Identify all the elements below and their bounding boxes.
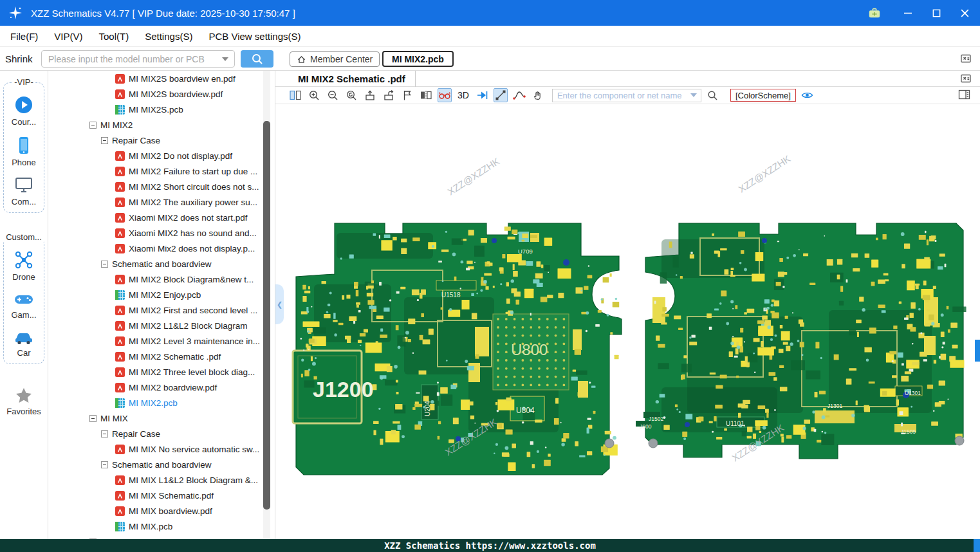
tree-item[interactable]: MI MIX2 L1&L2 Block Diagram — [48, 318, 275, 333]
tree-item[interactable]: MI MIX2 First and second level ... — [48, 302, 275, 318]
close-document-icon[interactable] — [960, 73, 972, 84]
tree-item[interactable]: MI MIX2 Level 3 maintenance in... — [48, 333, 275, 349]
view-back-icon[interactable] — [363, 88, 377, 102]
tree-item[interactable]: Xiaomi MIX2 has no sound and... — [48, 225, 275, 241]
tree-item[interactable]: Xiaomi Mix2 does not display.p... — [48, 241, 275, 256]
collapse-toggle-icon[interactable] — [101, 430, 108, 437]
tree-item[interactable]: MI MIX2 Do not display.pdf — [48, 148, 275, 163]
tree-item[interactable]: MI MIX2 boardview.pdf — [48, 380, 275, 395]
dropdown-caret-icon[interactable] — [222, 57, 228, 61]
rail-item-phone[interactable]: Phone — [4, 129, 44, 169]
pdf-file-icon — [115, 167, 125, 176]
vip-tool-icon[interactable] — [868, 6, 881, 19]
shrink-button[interactable]: Shrink — [5, 53, 33, 64]
tree-item[interactable]: MI MIX2 Three level block diag... — [48, 364, 275, 380]
measure-line-icon[interactable] — [494, 88, 508, 102]
menu-file[interactable]: File(F) — [10, 31, 38, 42]
fit-screen-icon[interactable] — [344, 88, 358, 102]
visibility-eye-icon[interactable] — [800, 88, 815, 102]
tree-item[interactable]: MI MIX boardview.pdf — [48, 503, 275, 519]
tree-item[interactable]: MI MIX2 Enjoy.pcb — [48, 287, 275, 302]
dropdown-caret-icon[interactable] — [690, 93, 697, 97]
tree-scrollbar-thumb[interactable] — [263, 121, 270, 510]
tab-member-center[interactable]: Member Center — [290, 51, 380, 67]
tree-item-label: MI MIX L1&L2 Block Diagram &... — [129, 475, 258, 485]
maximize-button[interactable] — [930, 6, 943, 19]
tree-item[interactable]: MI MIX — [48, 410, 275, 426]
tree-item-label: Repair Case — [112, 429, 160, 439]
menu-settings[interactable]: Settings(S) — [145, 31, 192, 42]
tree-item[interactable]: MI MIX.pcb — [48, 519, 275, 534]
tree-item-label: Xiaomi Mix2 does not display.p... — [129, 244, 255, 253]
menu-vip[interactable]: VIP(V) — [54, 31, 82, 42]
document-tab-row: MI MIX2 Schematic .pdf — [275, 71, 980, 87]
minimize-button[interactable] — [901, 6, 914, 19]
rail-item-game[interactable]: Gam... — [4, 284, 44, 322]
search-button[interactable] — [241, 50, 273, 68]
pdf-file-icon — [115, 367, 125, 377]
arrow-tool-icon[interactable] — [475, 88, 489, 102]
component-search-box[interactable] — [552, 89, 701, 102]
pan-hand-icon[interactable] — [531, 88, 545, 102]
menu-pcb-view-settings[interactable]: PCB View settings(S) — [208, 31, 300, 42]
tree-item[interactable]: MI MIX2S boardview.pdf — [48, 86, 275, 102]
tab-mi-mix2-schematic-pdf[interactable]: MI MIX2 Schematic .pdf — [288, 71, 416, 87]
tree-item[interactable]: Repair Case — [48, 426, 275, 441]
zoom-in-icon[interactable] — [307, 88, 321, 102]
collapse-panel-handle[interactable]: ❮ — [275, 284, 284, 324]
tree-item[interactable]: MI MIX L1&L2 Block Diagram &... — [48, 472, 275, 488]
tree-item[interactable]: MI MIX2 Failure to start up due ... — [48, 163, 275, 179]
tree-item[interactable]: MI MIX2 The auxiliary power su... — [48, 194, 275, 210]
tree-item[interactable]: MI MIX2 Block Diagram&new t... — [48, 271, 275, 287]
rail-item-car[interactable]: Car — [4, 322, 44, 360]
rail-item-favorites[interactable]: Favorites — [0, 380, 48, 418]
tree-item[interactable]: Schematic and boardview — [48, 256, 275, 271]
tree-item[interactable]: Xiaomi MIX2 does not start.pdf — [48, 210, 275, 225]
pcb-canvas[interactable]: XZZ@XZZHKXZZ@XZZHKXZZ@XZZHKXZZ@XZZHKJ120… — [275, 104, 980, 539]
curve-tool-icon[interactable] — [512, 88, 526, 102]
collapse-toggle-icon[interactable] — [89, 122, 97, 129]
pdf-file-icon — [115, 182, 125, 192]
tree-item[interactable]: MI MIX2S boardview en.pdf — [48, 71, 275, 86]
tab-mi-mix2-pcb[interactable]: MI MIX2.pcb — [382, 51, 454, 67]
flag-icon[interactable] — [400, 88, 414, 102]
tree-item[interactable]: MI MIX2.pcb — [48, 395, 275, 410]
colorscheme-button[interactable]: [ColorScheme] — [730, 89, 796, 102]
close-all-tabs-icon[interactable] — [960, 53, 972, 64]
tree-item[interactable]: MI MIX2 — [48, 117, 275, 133]
collapse-toggle-icon[interactable] — [89, 415, 97, 422]
rail-item-label: Phone — [12, 158, 36, 167]
rail-item-computer[interactable]: Com... — [4, 169, 44, 208]
tree-item[interactable]: Repair Case — [48, 133, 275, 148]
canvas-scrollbar-thumb[interactable] — [975, 340, 980, 362]
svg-text:U709: U709 — [518, 248, 533, 255]
layers-panel-icon[interactable] — [958, 89, 970, 100]
mirror-flip-icon[interactable] — [419, 88, 433, 102]
two-page-view-icon[interactable] — [288, 88, 302, 102]
component-search-icon[interactable] — [706, 88, 720, 102]
pdf-file-icon — [115, 475, 125, 485]
tree-item[interactable]: MI MAX3 — [48, 534, 275, 539]
glasses-3d-icon[interactable] — [438, 88, 452, 102]
play-circle-icon — [14, 95, 33, 115]
collapse-toggle-icon[interactable] — [101, 461, 108, 468]
component-search-input[interactable] — [553, 91, 690, 100]
close-button[interactable] — [958, 6, 971, 19]
statusbar: XZZ Schematics https://www.xzztools.com — [0, 539, 980, 552]
collapse-toggle-icon[interactable] — [101, 137, 108, 144]
tree-item[interactable]: MI MIX Schematic.pdf — [48, 488, 275, 503]
rail-item-drone[interactable]: Drone — [4, 243, 44, 284]
tree-item[interactable]: MI MIX2 Schematic .pdf — [48, 349, 275, 364]
model-search-input[interactable] — [42, 54, 222, 64]
tree-item[interactable]: MI MIX2 Short circuit does not s... — [48, 179, 275, 194]
tree-item[interactable]: Schematic and boardview — [48, 457, 275, 472]
view-forward-icon[interactable] — [382, 88, 396, 102]
tree-item[interactable]: MI MIX No service automatic sw... — [48, 441, 275, 457]
pdf-file-icon — [115, 352, 125, 362]
model-search-box[interactable] — [41, 50, 235, 68]
menu-tool[interactable]: Tool(T) — [99, 31, 129, 42]
tree-item[interactable]: MI MIX2S.pcb — [48, 102, 275, 117]
rail-item-course[interactable]: Cour... — [4, 88, 44, 129]
collapse-toggle-icon[interactable] — [101, 261, 108, 268]
zoom-out-icon[interactable] — [326, 88, 340, 102]
